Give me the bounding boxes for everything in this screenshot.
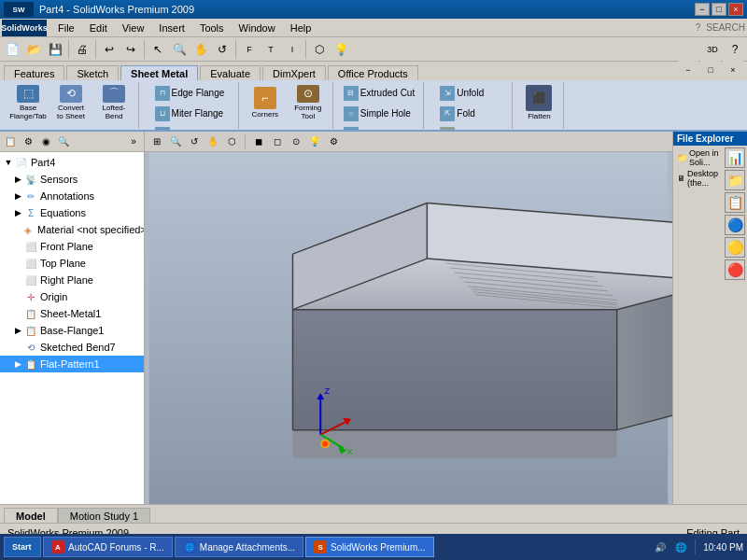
fe-side-btn-6[interactable]: 🔴: [725, 259, 745, 280]
btn-lofted-bend[interactable]: ⌒ Lofted-Bend: [93, 84, 134, 121]
tree-item-flat-pattern1[interactable]: ▶ 📋 Flat-Pattern1: [0, 356, 144, 372]
menu-file[interactable]: File: [50, 21, 82, 35]
taskbar-start[interactable]: Start: [4, 537, 41, 557]
tb-undo[interactable]: ↩: [99, 39, 120, 60]
ribbon-min-btn[interactable]: −: [678, 60, 698, 80]
tree-item-top-plane[interactable]: ▶ ⬜ Top Plane: [0, 255, 144, 272]
vp-display-shaded[interactable]: ◼: [250, 133, 267, 150]
btn-convert-sheet[interactable]: ⟲ Convertto Sheet: [50, 84, 92, 121]
ribbon-close-btn[interactable]: ×: [723, 60, 743, 80]
st-property-manager[interactable]: 📋: [2, 133, 19, 150]
btn-base-flange[interactable]: ⬚ BaseFlange/Tab: [7, 84, 49, 121]
vp-rotate-view[interactable]: ↺: [186, 133, 203, 150]
tb-rotate[interactable]: ↺: [212, 39, 233, 60]
close-button[interactable]: ×: [728, 3, 743, 16]
tree-item-right-plane[interactable]: ▶ ⬜ Right Plane: [0, 272, 144, 288]
tab-motion-study-1[interactable]: Motion Study 1: [58, 508, 150, 523]
btn-fold[interactable]: ⇱ Fold: [435, 105, 502, 123]
st-dim-xpert[interactable]: ◉: [37, 133, 54, 150]
tree-item-base-flange1[interactable]: ▶ 📋 Base-Flange1: [0, 322, 144, 339]
tab-model[interactable]: Model: [4, 508, 58, 523]
taskbar-manage[interactable]: 🌐 Manage Attachments...: [175, 537, 303, 557]
tab-office-products[interactable]: Office Products: [328, 65, 418, 80]
tree-item-origin[interactable]: ▶ ✛ Origin: [0, 288, 144, 305]
fe-side-btn-3[interactable]: 📋: [725, 192, 745, 213]
btn-unfold[interactable]: ⇲ Unfold: [435, 84, 502, 103]
tb-iso-view[interactable]: I: [282, 39, 303, 60]
fe-side-btn-4[interactable]: 🔵: [725, 215, 745, 235]
tree-item-front-plane[interactable]: ▶ ⬜ Front Plane: [0, 238, 144, 255]
vp-display-wireframe[interactable]: ◻: [269, 133, 286, 150]
tb-select[interactable]: ↖: [148, 39, 168, 60]
tab-sketch[interactable]: Sketch: [66, 65, 119, 80]
btn-vent[interactable]: ⊞ Vent: [339, 125, 419, 131]
tree-item-equations[interactable]: ▶ Σ Equations: [0, 204, 144, 221]
tree-item-material[interactable]: ▶ ◈ Material <not specified>: [0, 221, 144, 238]
tb-new[interactable]: 📄: [2, 39, 22, 60]
tree-item-sketched-bend7[interactable]: ▶ ⟲ Sketched Bend7: [0, 339, 144, 356]
ribbon-max-btn[interactable]: □: [700, 60, 721, 80]
fe-side-btn-2[interactable]: 📁: [725, 170, 745, 190]
tb-zoom[interactable]: 🔍: [169, 39, 190, 60]
btn-simple-hole[interactable]: ○ Simple Hole: [339, 105, 419, 123]
tree-item-part4[interactable]: ▼ 📄 Part4: [0, 154, 144, 171]
tb-open[interactable]: 📂: [23, 39, 44, 60]
tree-item-sheet-metal1[interactable]: ▶ 📋 Sheet-Metal1: [0, 305, 144, 322]
tb-top-view[interactable]: T: [261, 39, 281, 60]
fe-side-btn-1[interactable]: 📊: [725, 147, 745, 168]
btn-extruded-cut[interactable]: ⊟ Extruded Cut: [339, 84, 419, 103]
taskbar-solidworks[interactable]: S SolidWorks Premium...: [305, 537, 434, 557]
tree-expand-baseflange[interactable]: ▶: [13, 326, 22, 335]
st-config-manager[interactable]: ⚙: [20, 133, 36, 150]
menu-help[interactable]: Help: [283, 21, 319, 35]
tray-audio-icon[interactable]: 🔊: [654, 540, 667, 553]
taskbar-autocad[interactable]: A AutoCAD Forums - R...: [43, 537, 173, 557]
fe-item-desktop[interactable]: 🖥 Desktop (the...: [675, 168, 721, 189]
menu-insert[interactable]: Insert: [151, 21, 192, 35]
tb-display-style[interactable]: ⬡: [309, 39, 330, 60]
tree-expand-equations[interactable]: ▶: [13, 208, 22, 217]
menu-edit[interactable]: Edit: [82, 21, 115, 35]
tb-front-view[interactable]: F: [239, 39, 260, 60]
menu-window[interactable]: Window: [232, 21, 283, 35]
tab-dimxpert[interactable]: DimXpert: [262, 65, 326, 80]
vp-pan[interactable]: ✋: [204, 133, 221, 150]
tree-expand-flatpattern[interactable]: ▶: [13, 359, 22, 369]
tb-help[interactable]: ?: [725, 39, 745, 60]
tray-network-icon[interactable]: 🌐: [674, 540, 687, 553]
fe-item-open-solidworks[interactable]: 📁 Open in Soli...: [675, 147, 721, 168]
vp-zoom-in[interactable]: 🔍: [167, 133, 184, 150]
tb-save[interactable]: 💾: [45, 39, 65, 60]
tab-features[interactable]: Features: [4, 65, 64, 80]
tb-pan[interactable]: ✋: [190, 39, 211, 60]
minimize-button[interactable]: −: [695, 3, 710, 16]
vp-zoom-fit[interactable]: ⊞: [148, 133, 165, 150]
btn-edge-flange[interactable]: ⊓ Edge Flange: [150, 84, 230, 103]
tb-print[interactable]: 🖨: [72, 39, 92, 60]
btn-miter-flange[interactable]: ⊔ Miter Flange: [150, 105, 230, 123]
btn-forming-tool[interactable]: ⊙ FormingTool: [288, 84, 329, 121]
tree-expand-part4[interactable]: ▼: [4, 158, 13, 167]
vp-section-view[interactable]: ⊙: [288, 133, 304, 150]
tree-item-sensors[interactable]: ▶ 📡 Sensors: [0, 171, 144, 188]
tree-expand-annotations[interactable]: ▶: [13, 191, 22, 201]
vp-settings[interactable]: ⚙: [325, 133, 342, 150]
tab-evaluate[interactable]: Evaluate: [200, 65, 261, 80]
btn-hem[interactable]: ⌒ Hem: [150, 125, 230, 131]
st-expand[interactable]: »: [125, 133, 142, 150]
st-display-manager[interactable]: 🔍: [55, 133, 72, 150]
fe-side-btn-5[interactable]: 🟡: [725, 237, 745, 258]
tree-expand-sensors[interactable]: ▶: [13, 175, 22, 184]
3d-viewport[interactable]: ⊞ 🔍 ↺ ✋ ⬡ ◼ ◻ ⊙ 💡 ⚙: [145, 132, 672, 504]
vp-standard-views[interactable]: ⬡: [223, 133, 240, 150]
maximize-button[interactable]: □: [712, 3, 726, 16]
tb-lighting[interactable]: 💡: [331, 39, 351, 60]
tb-redo[interactable]: ↪: [120, 39, 141, 60]
menu-view[interactable]: View: [115, 21, 152, 35]
menu-tools[interactable]: Tools: [192, 21, 232, 35]
tab-sheet-metal[interactable]: Sheet Metal: [120, 65, 198, 80]
tree-item-annotations[interactable]: ▶ ✏ Annotations: [0, 188, 144, 204]
vp-lights[interactable]: 💡: [306, 133, 323, 150]
tb-3d-view[interactable]: 3D: [702, 39, 723, 60]
btn-flatten[interactable]: ⬛ Flatten: [518, 84, 559, 121]
